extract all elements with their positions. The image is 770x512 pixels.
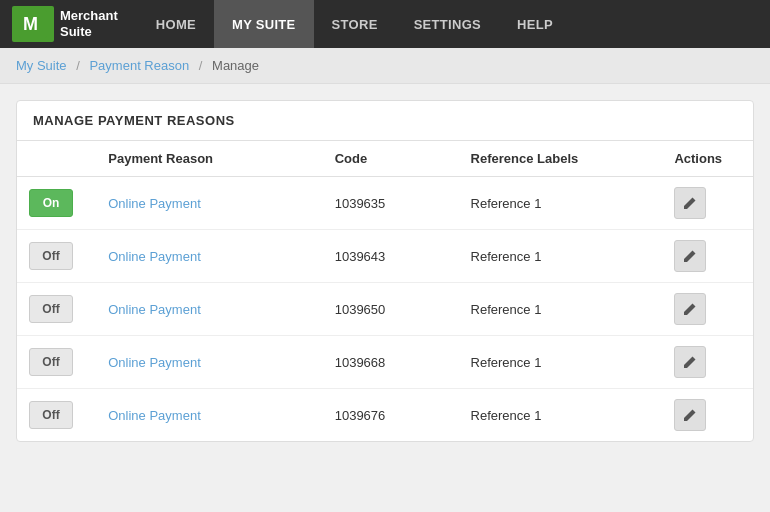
navbar: M Merchant Suite HOME MY SUITE STORE SET… <box>0 0 770 48</box>
brand-logo-container: M Merchant Suite <box>12 6 118 42</box>
col-header-ref: Reference Labels <box>459 141 663 177</box>
ref-cell-3: Reference 1 <box>459 336 663 389</box>
svg-text:M: M <box>23 14 38 34</box>
code-cell-4: 1039676 <box>323 389 459 442</box>
nav-my-suite[interactable]: MY SUITE <box>214 0 314 48</box>
reason-link-1[interactable]: Online Payment <box>108 249 201 264</box>
breadcrumb-manage: Manage <box>212 58 259 73</box>
col-header-code: Code <box>323 141 459 177</box>
table-row: OnOnline Payment1039635Reference 1 <box>17 177 753 230</box>
ref-cell-1: Reference 1 <box>459 230 663 283</box>
edit-button-1[interactable] <box>674 240 706 272</box>
table-row: OffOnline Payment1039676Reference 1 <box>17 389 753 442</box>
brand-logo-icon: M <box>12 6 54 42</box>
code-cell-0: 1039635 <box>323 177 459 230</box>
edit-button-3[interactable] <box>674 346 706 378</box>
reason-link-3[interactable]: Online Payment <box>108 355 201 370</box>
manage-card: MANAGE PAYMENT REASONS Payment Reason Co… <box>16 100 754 442</box>
breadcrumb-sep-1: / <box>76 58 80 73</box>
reason-link-2[interactable]: Online Payment <box>108 302 201 317</box>
table-head: Payment Reason Code Reference Labels Act… <box>17 141 753 177</box>
table-row: OffOnline Payment1039650Reference 1 <box>17 283 753 336</box>
ref-cell-4: Reference 1 <box>459 389 663 442</box>
edit-button-0[interactable] <box>674 187 706 219</box>
breadcrumb-sep-2: / <box>199 58 203 73</box>
content-wrapper: MANAGE PAYMENT REASONS Payment Reason Co… <box>0 84 770 458</box>
card-title: MANAGE PAYMENT REASONS <box>33 113 737 128</box>
code-cell-3: 1039668 <box>323 336 459 389</box>
table-header-row: Payment Reason Code Reference Labels Act… <box>17 141 753 177</box>
col-header-toggle <box>17 141 96 177</box>
breadcrumb-my-suite[interactable]: My Suite <box>16 58 67 73</box>
nav-help[interactable]: HELP <box>499 0 571 48</box>
code-cell-2: 1039650 <box>323 283 459 336</box>
reason-link-0[interactable]: Online Payment <box>108 196 201 211</box>
table-body: OnOnline Payment1039635Reference 1 OffOn… <box>17 177 753 442</box>
toggle-button-3[interactable]: Off <box>29 348 73 376</box>
nav-settings[interactable]: SETTINGS <box>396 0 499 48</box>
col-header-reason: Payment Reason <box>96 141 322 177</box>
nav-items: HOME MY SUITE STORE SETTINGS HELP <box>138 0 571 48</box>
nav-store[interactable]: STORE <box>314 0 396 48</box>
brand-name: Merchant Suite <box>60 8 118 39</box>
edit-button-4[interactable] <box>674 399 706 431</box>
reason-link-4[interactable]: Online Payment <box>108 408 201 423</box>
col-header-actions: Actions <box>662 141 753 177</box>
breadcrumb-payment-reason[interactable]: Payment Reason <box>89 58 189 73</box>
nav-home[interactable]: HOME <box>138 0 214 48</box>
ref-cell-2: Reference 1 <box>459 283 663 336</box>
toggle-button-0[interactable]: On <box>29 189 73 217</box>
card-header: MANAGE PAYMENT REASONS <box>17 101 753 141</box>
edit-button-2[interactable] <box>674 293 706 325</box>
toggle-button-4[interactable]: Off <box>29 401 73 429</box>
code-cell-1: 1039643 <box>323 230 459 283</box>
table-row: OffOnline Payment1039668Reference 1 <box>17 336 753 389</box>
table-row: OffOnline Payment1039643Reference 1 <box>17 230 753 283</box>
payment-reasons-table: Payment Reason Code Reference Labels Act… <box>17 141 753 441</box>
toggle-button-1[interactable]: Off <box>29 242 73 270</box>
breadcrumb: My Suite / Payment Reason / Manage <box>0 48 770 84</box>
toggle-button-2[interactable]: Off <box>29 295 73 323</box>
ref-cell-0: Reference 1 <box>459 177 663 230</box>
